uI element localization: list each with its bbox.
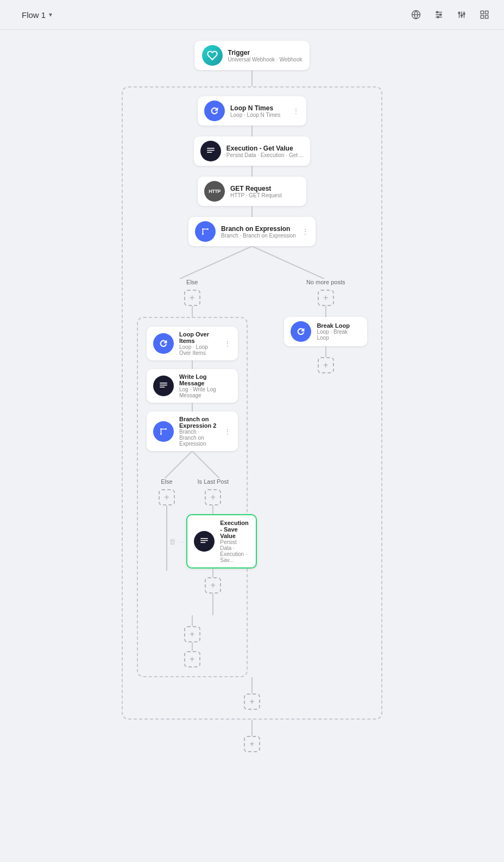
execution-save-node[interactable]: Execution - Save Value Persist Data · Ex… xyxy=(186,514,257,569)
loop-over-items-icon xyxy=(153,333,174,354)
more-icon[interactable]: ··· xyxy=(178,538,184,546)
branch-expr1-dots[interactable]: ⋮ xyxy=(301,227,309,236)
plus-btn-final[interactable]: + xyxy=(244,694,260,710)
trigger-title: Trigger xyxy=(228,49,303,57)
write-log-text: Write Log Message Log · Write Log Messag… xyxy=(179,373,231,398)
connector-1 xyxy=(251,70,253,86)
execution-save-text: Execution - Save Value Persist Data · Ex… xyxy=(220,520,249,563)
svg-line-25 xyxy=(252,246,324,279)
is-last-post-branch: Is Last Post + 🗑 ··· xyxy=(188,478,237,615)
http-icon: HTTP xyxy=(204,181,225,202)
plus-btn-bottom[interactable]: + xyxy=(244,736,260,752)
execution-save-icon xyxy=(194,531,215,552)
flow-selector[interactable]: Flow 1 ▾ xyxy=(22,10,52,20)
branch-expr1-node[interactable]: Branch on Expression Branch · Branch on … xyxy=(188,217,316,246)
break-loop-text: Break Loop Loop · Break Loop xyxy=(317,322,361,341)
branch-expr2-subtitle: Branch · Branch on Expression xyxy=(179,429,218,447)
loop-over-items-text: Loop Over Items Loop · Loop Over Items xyxy=(179,331,218,356)
svg-rect-36 xyxy=(200,542,205,544)
is-last-post-label: Is Last Post xyxy=(198,478,229,485)
plus-btn-merge2[interactable]: + xyxy=(184,651,200,667)
trigger-icon xyxy=(202,45,223,66)
plus-btn-after-save[interactable]: + xyxy=(205,577,221,594)
loop-over-items-title: Loop Over Items xyxy=(179,331,218,344)
svg-point-30 xyxy=(165,428,167,430)
chevron-down-icon: ▾ xyxy=(49,11,52,18)
plus-btn-else2[interactable]: + xyxy=(159,489,175,505)
svg-point-23 xyxy=(202,228,204,230)
loop-n-times-subtitle: Loop · Loop N Times xyxy=(230,112,280,118)
plus-btn-islast[interactable]: + xyxy=(205,489,221,505)
no-more-posts-label: No more posts xyxy=(306,279,345,285)
svg-rect-20 xyxy=(207,152,212,153)
write-log-node[interactable]: Write Log Message Log · Write Log Messag… xyxy=(147,369,238,403)
trigger-node[interactable]: Trigger Universal Webhook · Webhook xyxy=(194,41,310,70)
plus-btn-after-break[interactable]: + xyxy=(318,357,334,373)
loop-n-times-node[interactable]: Loop N Times Loop · Loop N Times ⋮ xyxy=(198,96,306,126)
svg-rect-26 xyxy=(160,383,167,384)
loop-over-items-dots[interactable]: ⋮ xyxy=(224,339,231,348)
branch-expr1-icon xyxy=(195,221,216,242)
loop-over-items-dashed: Loop Over Items Loop · Loop Over Items ⋮ xyxy=(137,317,248,677)
svg-rect-18 xyxy=(207,148,215,149)
app-container: Flow 1 ▾ Trigger Universal Webhook · Web… xyxy=(0,0,504,785)
svg-line-32 xyxy=(165,451,192,478)
execution-get-subtitle: Persist Data · Execution · Get ... xyxy=(226,152,304,158)
canvas: Trigger Universal Webhook · Webhook Loop… xyxy=(0,30,504,785)
write-log-title: Write Log Message xyxy=(179,373,231,386)
plus-btn-merge1[interactable]: + xyxy=(184,626,200,642)
svg-point-5 xyxy=(437,11,438,13)
branch-expr2-title: Branch on Expression 2 xyxy=(179,416,218,429)
plus-btn-else1[interactable]: + xyxy=(184,290,200,306)
loop-n-times-dots[interactable]: ⋮ xyxy=(292,107,300,115)
svg-point-12 xyxy=(461,15,463,16)
else-label-2: Else xyxy=(161,478,172,485)
svg-point-22 xyxy=(207,228,209,230)
execution-save-subtitle: Persist Data · Execution · Sav... xyxy=(220,539,249,563)
grid-icon[interactable] xyxy=(476,6,493,23)
get-request-text: GET Request HTTP · GET Request xyxy=(230,185,282,198)
svg-line-24 xyxy=(180,246,252,279)
svg-point-29 xyxy=(160,433,162,435)
else-label-1: Else xyxy=(186,279,198,285)
plus-btn-nmp[interactable]: + xyxy=(318,290,334,306)
delete-icon[interactable]: 🗑 xyxy=(169,538,176,546)
sliders-v-icon[interactable] xyxy=(453,6,470,23)
break-loop-title: Break Loop xyxy=(317,322,361,329)
globe-icon[interactable] xyxy=(407,6,425,23)
svg-rect-14 xyxy=(481,11,483,14)
branch-expr1-title: Branch on Expression xyxy=(221,225,296,233)
svg-rect-17 xyxy=(486,16,488,18)
svg-rect-28 xyxy=(160,387,165,388)
svg-point-31 xyxy=(160,428,162,430)
execution-get-node[interactable]: Execution - Get Value Persist Data · Exe… xyxy=(194,136,310,166)
get-request-title: GET Request xyxy=(230,185,282,192)
branch-lines-1 xyxy=(131,246,373,279)
svg-point-6 xyxy=(440,14,442,16)
get-request-node[interactable]: HTTP GET Request HTTP · GET Request xyxy=(198,177,306,206)
else-branch-1: Else + Loop Over I xyxy=(137,279,248,677)
loop-n-times-text: Loop N Times Loop · Loop N Times xyxy=(230,104,280,118)
branch-expr2-text: Branch on Expression 2 Branch · Branch o… xyxy=(179,416,218,447)
sliders-h-icon[interactable] xyxy=(430,6,448,23)
break-loop-subtitle: Loop · Break Loop xyxy=(317,329,361,341)
loop-n-times-icon xyxy=(204,101,225,121)
svg-rect-27 xyxy=(160,385,167,386)
svg-point-7 xyxy=(437,16,439,18)
branch-expr2-icon xyxy=(153,421,174,442)
no-more-posts-branch: No more posts + Break Loop Loop · Break … xyxy=(284,279,367,373)
svg-line-33 xyxy=(192,451,219,478)
execution-save-wrapper: 🗑 ··· Execution - Save Val xyxy=(169,514,257,569)
branch-expr1-text: Branch on Expression Branch · Branch on … xyxy=(221,225,296,239)
loop-over-items-subtitle: Loop · Loop Over Items xyxy=(179,344,218,356)
loop-over-items-node[interactable]: Loop Over Items Loop · Loop Over Items ⋮ xyxy=(147,327,238,360)
execution-save-title: Execution - Save Value xyxy=(220,520,249,539)
execution-get-icon xyxy=(200,141,221,161)
topbar: Flow 1 ▾ xyxy=(0,0,504,30)
trigger-text: Trigger Universal Webhook · Webhook xyxy=(228,49,303,63)
break-loop-node[interactable]: Break Loop Loop · Break Loop xyxy=(284,317,367,346)
write-log-subtitle: Log · Write Log Message xyxy=(179,386,231,398)
branch-expr2-dots[interactable]: ⋮ xyxy=(224,427,231,436)
svg-rect-15 xyxy=(486,11,488,14)
branch-expr2-node[interactable]: Branch on Expression 2 Branch · Branch o… xyxy=(147,411,238,451)
